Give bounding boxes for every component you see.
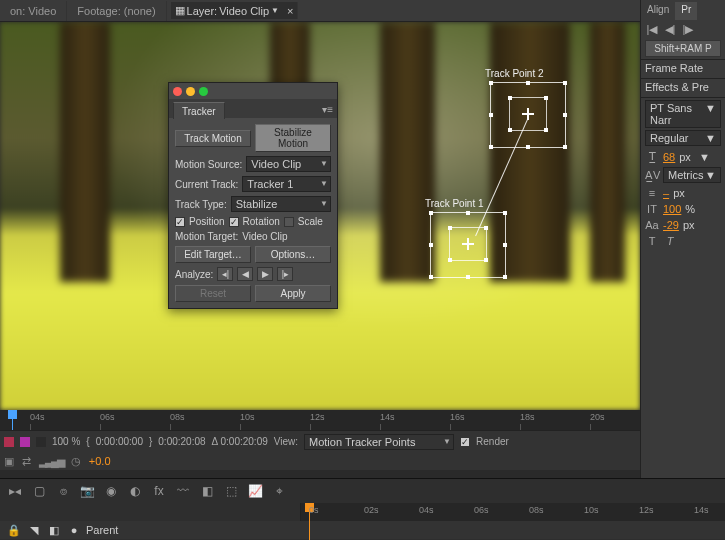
px-unit: px xyxy=(679,151,691,163)
current-track-dropdown[interactable]: Tracker 1▼ xyxy=(242,176,331,192)
time-mark: 18s xyxy=(520,412,535,422)
track-type-dropdown[interactable]: Stabilize▼ xyxy=(231,196,331,212)
playhead[interactable] xyxy=(12,410,13,430)
time-mark: 08s xyxy=(170,412,185,422)
current-time[interactable]: 0:00:00:00 xyxy=(96,436,143,447)
channel-red-icon[interactable] xyxy=(4,437,14,447)
tab-composition[interactable]: on: Video xyxy=(0,1,67,21)
camera-icon[interactable]: 📷 xyxy=(78,482,96,500)
vscale-icon: IT xyxy=(645,203,659,215)
rotation-checkbox[interactable]: ✓ xyxy=(229,217,239,227)
track-point-1-search[interactable]: Track Point 1 xyxy=(430,212,506,278)
kerning-icon: A̲V xyxy=(645,169,659,182)
apply-button[interactable]: Apply xyxy=(255,285,331,302)
layer-footer-bar: 100 % { 0:00:00:00 } 0:00:20:08 Δ 0:00:2… xyxy=(0,430,640,452)
analyze-back-button[interactable]: ◀ xyxy=(237,267,253,281)
duration-value: 0:00:20:08 xyxy=(158,436,205,447)
analyze-label: Analyze: xyxy=(175,269,213,280)
time-mark: 08s xyxy=(529,505,544,515)
lock-icon[interactable]: 🔒 xyxy=(6,524,22,537)
tab-layer-prefix: Layer: xyxy=(187,5,218,17)
comp-time-ruler[interactable]: 0s02s04s06s08s10s12s14s xyxy=(300,503,725,521)
motion-blur-icon[interactable]: 〰 xyxy=(174,482,192,500)
time-mark: 14s xyxy=(380,412,395,422)
tool-icon-1[interactable]: ▢ xyxy=(30,482,48,500)
track-point-1-feature[interactable] xyxy=(449,227,487,261)
options-button[interactable]: Options… xyxy=(255,246,331,263)
stroke-value[interactable]: – xyxy=(663,187,669,199)
stairs-icon[interactable]: ▂▃▄▅ xyxy=(39,455,63,468)
tab-align[interactable]: Align xyxy=(641,2,675,20)
panel-menu-icon[interactable]: ▾≡ xyxy=(322,104,337,115)
timecode-icon[interactable]: ▣ xyxy=(4,455,14,468)
render-checkbox[interactable]: ✓ xyxy=(460,437,470,447)
right-panels: Align Pr |◀ ◀| |▶ Shift+RAM P Frame Rate… xyxy=(640,0,725,540)
track-point-2-search[interactable]: Track Point 2 xyxy=(490,82,566,148)
brace-icon[interactable]: { xyxy=(86,436,89,447)
clock-icon[interactable]: ◷ xyxy=(71,455,81,468)
baseline-value[interactable]: -29 xyxy=(663,219,679,231)
panel-titlebar[interactable] xyxy=(169,83,337,99)
motion-source-dropdown[interactable]: Video Clip▼ xyxy=(246,156,331,172)
window-close-icon[interactable] xyxy=(173,87,182,96)
effects-presets-label[interactable]: Effects & Pre xyxy=(645,81,709,93)
window-zoom-icon[interactable] xyxy=(199,87,208,96)
keyframe-nav-icon[interactable]: ▸◂ xyxy=(6,482,24,500)
kerning-dropdown[interactable]: Metrics▼ xyxy=(663,167,721,183)
analyze-step-forward-button[interactable]: |▸ xyxy=(277,267,293,281)
vscale-value[interactable]: 100 xyxy=(663,203,681,215)
blur-icon[interactable]: ◉ xyxy=(102,482,120,500)
shift-ram-button[interactable]: Shift+RAM P xyxy=(645,40,721,57)
tab-layer[interactable]: ▦ Layer: Video Clip ▼ × xyxy=(171,2,299,19)
prev-frame-icon[interactable]: ◀| xyxy=(663,22,677,36)
time-mark: 0s xyxy=(309,505,319,515)
scale-checkbox[interactable] xyxy=(284,217,294,227)
layer-time-ruler[interactable]: 04s06s08s10s12s14s16s18s20s xyxy=(0,410,640,430)
font-style-dropdown[interactable]: Regular▼ xyxy=(645,130,721,146)
sync-icon[interactable]: ⇄ xyxy=(22,455,31,468)
tab-pr[interactable]: Pr xyxy=(675,2,697,20)
mask-icon[interactable]: ◐ xyxy=(126,482,144,500)
window-minimize-icon[interactable] xyxy=(186,87,195,96)
track-point-2-label: Track Point 2 xyxy=(485,68,544,79)
crosshair-icon[interactable] xyxy=(462,238,474,250)
label-icon[interactable]: ◧ xyxy=(46,524,62,537)
faux-bold-icon[interactable]: T xyxy=(645,235,659,247)
tracker-panel[interactable]: Tracker ▾≡ Track Motion Stabilize Motion… xyxy=(168,82,338,309)
zoom-value[interactable]: 100 % xyxy=(52,436,80,447)
stabilize-motion-button[interactable]: Stabilize Motion xyxy=(255,124,331,152)
3d-icon[interactable]: ⬚ xyxy=(222,482,240,500)
graph-icon[interactable]: 📈 xyxy=(246,482,264,500)
first-frame-icon[interactable]: |◀ xyxy=(645,22,659,36)
tracker-tab[interactable]: Tracker xyxy=(173,102,225,119)
edit-target-button[interactable]: Edit Target… xyxy=(175,246,251,263)
channel-alpha-icon[interactable] xyxy=(20,437,30,447)
adjustment-icon[interactable]: ◧ xyxy=(198,482,216,500)
track-point-2-feature[interactable] xyxy=(509,97,547,131)
close-icon[interactable]: × xyxy=(287,5,293,17)
in-out-brace-icon[interactable]: } xyxy=(149,436,152,447)
track-motion-button[interactable]: Track Motion xyxy=(175,130,251,147)
motion-source-label: Motion Source: xyxy=(175,159,242,170)
time-mark: 14s xyxy=(694,505,709,515)
faux-italic-icon[interactable]: T xyxy=(663,235,677,247)
solo-icon[interactable]: ● xyxy=(66,524,82,536)
shy-icon[interactable]: ◥ xyxy=(26,524,42,537)
analyze-step-back-button[interactable]: ◂| xyxy=(217,267,233,281)
timewarp-value[interactable]: +0.0 xyxy=(89,455,111,467)
view-dropdown[interactable]: Motion Tracker Points▼ xyxy=(304,434,454,450)
next-frame-icon[interactable]: |▶ xyxy=(681,22,695,36)
font-family-dropdown[interactable]: PT Sans Narr▼ xyxy=(645,100,721,128)
tab-footage[interactable]: Footage: (none) xyxy=(67,1,166,21)
analyze-forward-button[interactable]: ▶ xyxy=(257,267,273,281)
tool-icon-2[interactable]: ⌾ xyxy=(54,482,72,500)
fx-icon[interactable]: fx xyxy=(150,482,168,500)
time-mark: 12s xyxy=(310,412,325,422)
channel-black-icon[interactable] xyxy=(36,437,46,447)
position-checkbox[interactable]: ✓ xyxy=(175,217,185,227)
reset-button[interactable]: Reset xyxy=(175,285,251,302)
snap-icon[interactable]: ⌖ xyxy=(270,482,288,500)
time-mark: 10s xyxy=(240,412,255,422)
font-size-value[interactable]: 68 xyxy=(663,151,675,163)
percent-unit: % xyxy=(685,203,695,215)
